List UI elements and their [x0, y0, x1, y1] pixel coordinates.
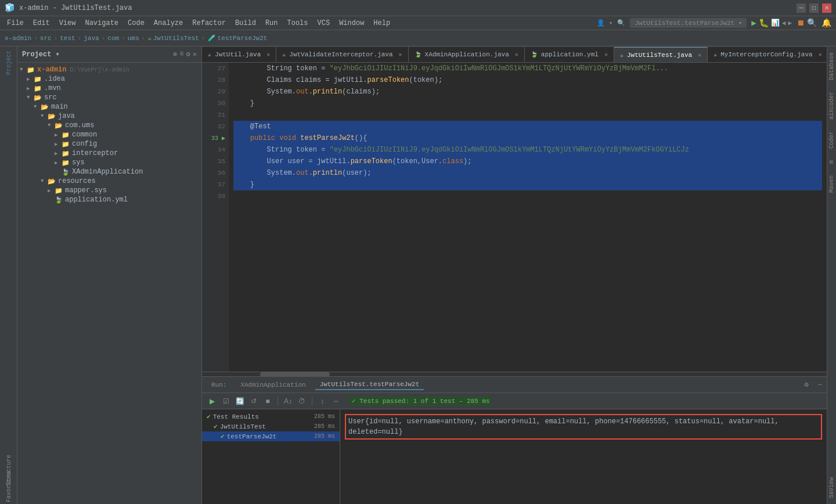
tree-item-interceptor[interactable]: ▶ 📁 interceptor [17, 149, 201, 158]
add-content-root-icon[interactable]: ⊕ [173, 50, 177, 59]
settings-icon[interactable]: ⚙ [186, 50, 190, 59]
tree-item-mapper-sys[interactable]: ▶ 📁 mapper.sys [17, 186, 201, 195]
tab-close-myinterceptorconfig[interactable]: ✕ [819, 51, 822, 58]
aixcoder-tab[interactable]: aiXcoder [827, 86, 836, 125]
run-play-button[interactable]: ▶ [207, 396, 217, 406]
window-controls[interactable]: ─ □ ✕ [797, 3, 831, 13]
menu-file[interactable]: File [2, 18, 28, 28]
folder-icon-root: 📁 [27, 66, 35, 74]
debug-config-button[interactable]: 🐛 [759, 18, 769, 28]
tree-item-common[interactable]: ▶ 📁 common [17, 130, 201, 139]
search-everywhere-icon[interactable]: 🔍 [617, 19, 625, 27]
current-run-config[interactable]: JwtUtilsTest.testParseJw2t ▾ [630, 18, 747, 28]
menu-help[interactable]: Help [369, 18, 395, 28]
run-sort-alpha-button[interactable]: A↕ [283, 396, 293, 406]
folder-icon-resources: 📂 [48, 178, 56, 185]
run-panel: Run: XAdminApplication JwtUtilsTest.test… [202, 376, 827, 504]
tab-myinterceptorconfig[interactable]: ☕ MyInterceptorConfig.java ✕ [708, 47, 827, 62]
run-stop-button[interactable]: ■ [262, 396, 273, 406]
menu-build[interactable]: Build [230, 18, 261, 28]
maven-tab[interactable]: Maven [827, 170, 836, 199]
tree-item-src[interactable]: ▼ 📂 src [17, 93, 201, 102]
run-rerun-button[interactable]: 🔄 [235, 396, 245, 406]
account-icon[interactable]: 👤 ▾ [597, 19, 612, 27]
menu-code[interactable]: Code [123, 18, 149, 28]
menu-view[interactable]: View [55, 18, 81, 28]
tab-close-jwtutil[interactable]: ✕ [266, 51, 270, 58]
favorites-icon[interactable]: Favorites [3, 481, 15, 492]
nav-back[interactable]: ◀ [782, 19, 786, 27]
tab-close-jwtutitest[interactable]: ✕ [698, 52, 701, 59]
coder-tab[interactable]: Coder [827, 125, 836, 154]
editor-scrollbar-h[interactable] [202, 372, 827, 376]
tree-item-com-ums[interactable]: ▼ 📂 com.ums [17, 121, 201, 130]
run-sort-dur-button[interactable]: ⏱ [297, 396, 307, 406]
result-item-class[interactable]: ✔ JwtUtilsTest 285 ms [202, 422, 340, 431]
project-panel-icons[interactable]: ⊕ ≡ ⚙ ✕ [173, 50, 197, 59]
search-button[interactable]: 🔍 [807, 18, 817, 28]
run-rerun-failed-button[interactable]: ↺ [248, 396, 259, 406]
tree-arrow-src: ▼ [27, 95, 34, 100]
folder-icon-com-ums: 📂 [55, 122, 63, 129]
menu-refactor[interactable]: Refactor [188, 18, 230, 28]
m-tab[interactable]: m [827, 154, 836, 170]
run-expand-button[interactable]: ↕ [317, 396, 327, 406]
tab-jwtutil[interactable]: ☕ JwtUtil.java ✕ [202, 47, 276, 62]
menu-window[interactable]: Window [334, 18, 369, 28]
breadcrumb-project[interactable]: x-admin [5, 35, 31, 42]
run-tab-jwtutils[interactable]: JwtUtilsTest.testParseJw2t [315, 380, 424, 390]
result-item-method[interactable]: ✔ testParseJw2t 285 ms [202, 431, 340, 441]
code-content[interactable]: String token = "eyJhbGciOiJIUzI1NiJ9.eyJ… [229, 63, 827, 372]
collapse-all-icon[interactable]: ≡ [179, 50, 183, 59]
run-config-button[interactable]: ▶ [751, 18, 756, 28]
tab-xadminapplication[interactable]: 🍃 XAdminApplication.java ✕ [409, 47, 525, 62]
tree-arrow-resources: ▼ [41, 178, 48, 184]
tree-item-xadmin-app[interactable]: ▶ 🍃 XAdminApplication [17, 167, 201, 177]
minimize-button[interactable]: ─ [797, 3, 806, 13]
result-label-all: Test Results [213, 413, 259, 420]
result-item-all[interactable]: ✔ Test Results 285 ms [202, 412, 340, 422]
tree-item-resources[interactable]: ▼ 📂 resources [17, 177, 201, 186]
tree-arrow-mapper-sys: ▶ [48, 188, 55, 194]
tree-item-mvn[interactable]: ▶ 📁 .mvn [17, 84, 201, 93]
code-editor: 27 28 29 30 31 32 33 ▶ 34 35 36 37 38 St… [202, 63, 827, 372]
menu-navigate[interactable]: Navigate [80, 18, 123, 28]
tree-item-idea[interactable]: ▶ 📁 .idea [17, 74, 201, 84]
run-collapse-button[interactable]: ↔ [331, 396, 341, 406]
tree-item-config[interactable]: ▶ 📁 config [17, 139, 201, 149]
tree-item-app-yml[interactable]: ▶ 🍃 application.yml [17, 195, 201, 204]
spring-icon-app-yml: 🍃 [55, 196, 63, 204]
close-panel-icon[interactable]: ✕ [193, 50, 197, 59]
close-button[interactable]: ✕ [822, 3, 831, 13]
tab-close-applicationyml[interactable]: ✕ [604, 51, 608, 58]
saview-tab[interactable]: SaView [827, 471, 836, 504]
gutter-line-33: 33 ▶ [202, 132, 229, 144]
menu-vcs[interactable]: VCS [313, 18, 335, 28]
tree-item-sys[interactable]: ▶ 📁 sys [17, 158, 201, 167]
tree-item-main[interactable]: ▼ 📂 main [17, 102, 201, 111]
menu-analyze[interactable]: Analyze [149, 18, 188, 28]
maximize-button[interactable]: □ [809, 3, 819, 13]
tree-item-java-folder[interactable]: ▼ 📂 java [17, 111, 201, 121]
menu-edit[interactable]: Edit [28, 18, 55, 28]
run-panel-close-icon[interactable]: − [818, 381, 822, 389]
run-check-button[interactable]: ☑ [221, 396, 231, 406]
tab-jwtvalidate[interactable]: ☕ JwtValidateInterceptor.java ✕ [276, 47, 408, 62]
tab-close-xadminapplication[interactable]: ✕ [515, 51, 518, 58]
tab-close-jwtvalidate[interactable]: ✕ [399, 51, 402, 58]
menu-tools[interactable]: Tools [283, 18, 313, 28]
notifications-button[interactable]: 🔔 [821, 18, 831, 28]
run-settings-icon[interactable]: ⚙ [805, 380, 809, 389]
project-icon[interactable]: Project [3, 51, 15, 74]
folder-icon-sys: 📁 [62, 159, 70, 167]
run-tab-xadmin[interactable]: XAdminApplication [236, 380, 310, 390]
nav-forward[interactable]: ▶ [788, 19, 792, 27]
run-with-coverage-button[interactable]: 📊 [771, 19, 780, 27]
menu-run[interactable]: Run [261, 18, 283, 28]
stop-button[interactable]: ⏹ [797, 19, 805, 28]
tab-applicationyml[interactable]: 🍃 application.yml ✕ [525, 47, 614, 62]
database-tab[interactable]: Database [827, 46, 836, 86]
gutter-line-27: 27 [202, 63, 229, 74]
tab-jwtutitest[interactable]: ☕ JwtUtilsTest.java ✕ [614, 47, 708, 62]
tree-item-root[interactable]: ▼ 📁 x-admin D:\VuePrj\x-admin [17, 65, 201, 74]
